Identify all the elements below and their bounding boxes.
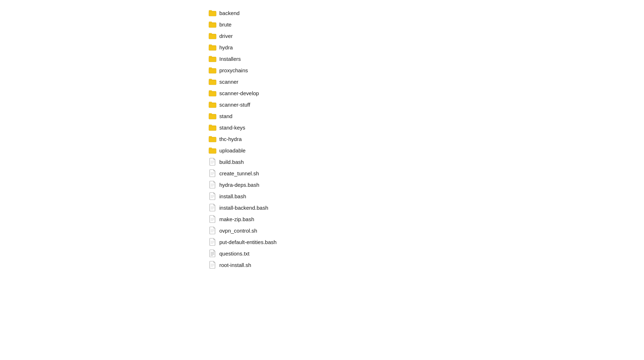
list-item[interactable]: hydra bbox=[206, 42, 644, 53]
file-icon bbox=[209, 169, 216, 177]
item-name: make-zip.bash bbox=[219, 216, 254, 222]
list-item[interactable]: scanner-develop bbox=[206, 87, 644, 99]
folder-icon bbox=[209, 135, 216, 143]
list-item[interactable]: questions.txt bbox=[206, 248, 644, 259]
item-name: scanner-develop bbox=[219, 90, 259, 96]
item-name: thc-hydra bbox=[219, 136, 242, 142]
folder-icon bbox=[209, 112, 216, 120]
list-item[interactable]: build.bash bbox=[206, 156, 644, 167]
item-name: root-install.sh bbox=[219, 262, 251, 268]
list-item[interactable]: stand-keys bbox=[206, 122, 644, 133]
list-item[interactable]: install.bash bbox=[206, 190, 644, 202]
list-item[interactable]: make-zip.bash bbox=[206, 213, 644, 225]
svg-rect-1 bbox=[209, 23, 216, 27]
list-item[interactable]: backend bbox=[206, 7, 644, 19]
svg-rect-9 bbox=[209, 115, 216, 119]
item-name: ovpn_control.sh bbox=[219, 228, 257, 234]
svg-rect-5 bbox=[209, 69, 216, 73]
list-item[interactable]: thc-hydra bbox=[206, 133, 644, 145]
file-lines-icon bbox=[209, 249, 216, 257]
folder-icon bbox=[209, 20, 216, 28]
svg-rect-12 bbox=[209, 149, 216, 153]
item-name: stand bbox=[219, 113, 233, 119]
item-name: Installers bbox=[219, 56, 241, 62]
item-name: uploadable bbox=[219, 147, 245, 154]
svg-rect-11 bbox=[209, 137, 216, 142]
list-item[interactable]: driver bbox=[206, 30, 644, 42]
list-item[interactable]: stand bbox=[206, 110, 644, 122]
item-name: driver bbox=[219, 33, 233, 39]
file-icon bbox=[209, 215, 216, 223]
item-name: hydra-deps.bash bbox=[219, 182, 259, 188]
folder-icon bbox=[209, 55, 216, 63]
svg-rect-0 bbox=[209, 11, 216, 16]
folder-icon bbox=[209, 9, 216, 17]
file-icon bbox=[209, 181, 216, 189]
folder-icon bbox=[209, 89, 216, 97]
item-name: scanner-stuff bbox=[219, 102, 250, 108]
svg-rect-6 bbox=[209, 80, 216, 84]
folder-icon bbox=[209, 43, 216, 51]
item-name: scanner bbox=[219, 79, 238, 85]
item-name: stand-keys bbox=[219, 125, 245, 131]
list-item[interactable]: put-default-entities.bash bbox=[206, 236, 644, 248]
folder-icon bbox=[209, 66, 216, 74]
list-item[interactable]: hydra-deps.bash bbox=[206, 179, 644, 190]
list-item[interactable]: create_tunnel.sh bbox=[206, 167, 644, 179]
folder-icon bbox=[209, 101, 216, 108]
file-icon bbox=[209, 227, 216, 234]
item-name: questions.txt bbox=[219, 250, 249, 257]
svg-rect-7 bbox=[209, 92, 216, 96]
file-icon bbox=[209, 192, 216, 200]
item-name: create_tunnel.sh bbox=[219, 170, 259, 176]
list-item[interactable]: Installers bbox=[206, 53, 644, 64]
list-item[interactable]: scanner bbox=[206, 76, 644, 87]
svg-rect-4 bbox=[209, 57, 216, 62]
svg-rect-8 bbox=[209, 103, 216, 107]
item-name: build.bash bbox=[219, 159, 244, 165]
file-icon bbox=[209, 204, 216, 211]
item-name: put-default-entities.bash bbox=[219, 239, 277, 245]
list-item[interactable]: install-backend.bash bbox=[206, 202, 644, 213]
file-icon bbox=[209, 238, 216, 246]
item-name: install-backend.bash bbox=[219, 205, 268, 211]
file-list: backend brute driver hydra Installers pr… bbox=[206, 0, 644, 278]
svg-rect-2 bbox=[209, 34, 216, 39]
svg-rect-3 bbox=[209, 46, 216, 50]
folder-icon bbox=[209, 123, 216, 131]
svg-rect-10 bbox=[209, 126, 216, 130]
folder-icon bbox=[209, 78, 216, 86]
file-icon bbox=[209, 158, 216, 166]
folder-icon bbox=[209, 32, 216, 40]
list-item[interactable]: scanner-stuff bbox=[206, 99, 644, 110]
list-item[interactable]: uploadable bbox=[206, 145, 644, 156]
item-name: brute bbox=[219, 21, 231, 28]
list-item[interactable]: proxychains bbox=[206, 64, 644, 76]
list-item[interactable]: root-install.sh bbox=[206, 259, 644, 271]
list-item[interactable]: brute bbox=[206, 19, 644, 30]
file-icon bbox=[209, 261, 216, 269]
folder-icon bbox=[209, 146, 216, 154]
item-name: proxychains bbox=[219, 67, 248, 73]
item-name: backend bbox=[219, 10, 240, 16]
item-name: hydra bbox=[219, 44, 233, 50]
list-item[interactable]: ovpn_control.sh bbox=[206, 225, 644, 236]
item-name: install.bash bbox=[219, 193, 246, 199]
